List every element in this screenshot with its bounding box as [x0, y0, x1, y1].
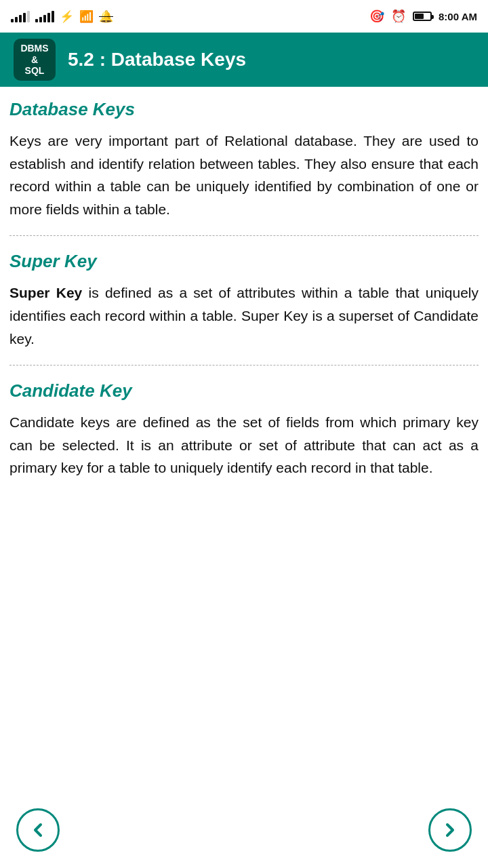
- status-right: 🎯 ⏰ 8:00 AM: [369, 9, 477, 24]
- section-super-key-text: Super Key is defined as a set of attribu…: [9, 281, 479, 350]
- status-left: ⚡ 📶 🔔: [11, 9, 113, 24]
- forward-arrow-icon: [439, 819, 461, 841]
- section-title-database-keys: Database Keys: [9, 99, 479, 120]
- wifi-icon: 📶: [79, 9, 94, 24]
- alarm-icon: ⏰: [391, 9, 406, 24]
- page-title: 5.2 : Database Keys: [68, 49, 246, 71]
- usb-icon: ⚡: [60, 9, 74, 24]
- signal-icon-1: [11, 10, 30, 22]
- divider-2: [9, 365, 479, 366]
- section-super-key: Super Key Super Key is defined as a set …: [9, 251, 479, 350]
- divider-1: [9, 235, 479, 236]
- nav-buttons: [0, 808, 488, 852]
- target-icon: 🎯: [369, 9, 384, 24]
- content-area: Database Keys Keys are very important pa…: [0, 87, 488, 547]
- section-title-super-key: Super Key: [9, 251, 479, 272]
- battery-icon: [413, 12, 432, 21]
- section-title-candidate-key: Candidate Key: [9, 380, 479, 401]
- section-candidate-key-text: Candidate keys are defined as the set of…: [9, 411, 479, 479]
- section-database-keys: Database Keys Keys are very important pa…: [9, 99, 479, 220]
- app-logo: DBMS & SQL: [14, 39, 56, 81]
- mute-icon: 🔔: [99, 9, 113, 24]
- signal-icon-2: [35, 10, 54, 22]
- back-button[interactable]: [16, 808, 60, 852]
- back-arrow-icon: [27, 819, 49, 841]
- section-candidate-key: Candidate Key Candidate keys are defined…: [9, 380, 479, 479]
- time-display: 8:00 AM: [439, 11, 477, 22]
- app-header: DBMS & SQL 5.2 : Database Keys: [0, 33, 488, 87]
- super-key-bold: Super Key: [9, 285, 82, 300]
- section-database-keys-text: Keys are very important part of Relation…: [9, 130, 479, 220]
- status-bar: ⚡ 📶 🔔 🎯 ⏰ 8:00 AM: [0, 0, 488, 33]
- forward-button[interactable]: [428, 808, 472, 852]
